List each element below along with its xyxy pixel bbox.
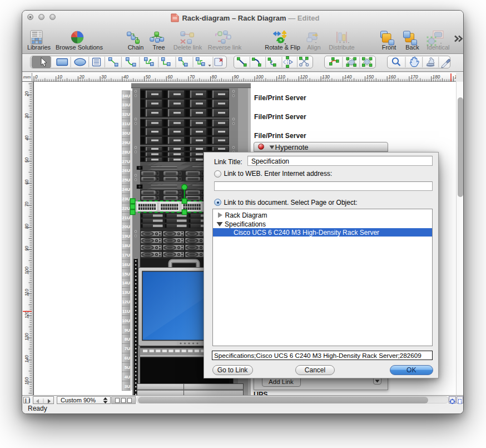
svg-text:18U: 18U: [122, 243, 130, 248]
svg-text:60: 60: [167, 75, 173, 80]
svg-text:9U: 9U: [125, 327, 130, 332]
svg-text:180: 180: [433, 75, 440, 80]
svg-text:5U: 5U: [125, 365, 130, 370]
svg-text:22U: 22U: [122, 205, 130, 210]
svg-text:40: 40: [123, 75, 129, 80]
svg-text:10: 10: [57, 75, 63, 80]
svg-text:110: 110: [24, 289, 29, 296]
svg-text:12U: 12U: [122, 299, 130, 304]
svg-text:130: 130: [24, 333, 29, 341]
svg-text:70: 70: [190, 75, 195, 80]
svg-text:3U: 3U: [125, 383, 130, 388]
svg-text:33U: 33U: [122, 102, 130, 107]
svg-text:13U: 13U: [122, 290, 130, 295]
svg-text:30: 30: [24, 113, 29, 119]
svg-text:16U: 16U: [122, 262, 130, 267]
svg-text:30: 30: [101, 75, 107, 80]
svg-text:190: 190: [454, 75, 456, 80]
svg-text:34U: 34U: [122, 93, 130, 98]
svg-text:14U: 14U: [122, 280, 130, 285]
svg-text:50: 50: [24, 157, 29, 163]
svg-text:23U: 23U: [122, 196, 130, 201]
svg-text:20U: 20U: [122, 224, 130, 229]
svg-text:90: 90: [24, 245, 29, 251]
svg-text:80: 80: [24, 224, 29, 229]
svg-text:32U: 32U: [122, 112, 130, 117]
svg-text:25U: 25U: [122, 178, 130, 183]
svg-text:90: 90: [234, 75, 239, 80]
svg-text:31U: 31U: [122, 121, 130, 126]
svg-text:4U: 4U: [125, 374, 130, 379]
svg-text:15U: 15U: [122, 271, 130, 276]
svg-text:24U: 24U: [122, 187, 130, 192]
svg-text:20: 20: [78, 75, 85, 80]
svg-text:7U: 7U: [125, 346, 130, 351]
svg-text:8U: 8U: [125, 337, 130, 342]
svg-text:70: 70: [24, 201, 29, 207]
svg-text:30U: 30U: [122, 131, 130, 136]
svg-text:120: 120: [300, 75, 308, 80]
svg-text:20: 20: [24, 91, 29, 97]
svg-text:11U: 11U: [122, 308, 130, 313]
svg-text:150: 150: [24, 377, 29, 385]
svg-text:120: 120: [24, 311, 29, 318]
svg-text:0: 0: [35, 75, 38, 80]
svg-text:100: 100: [256, 75, 264, 80]
svg-text:27U: 27U: [122, 159, 130, 164]
svg-text:19U: 19U: [122, 234, 130, 239]
svg-text:140: 140: [344, 75, 352, 80]
svg-text:110: 110: [278, 75, 285, 80]
svg-text:150: 150: [366, 75, 374, 80]
svg-text:6U: 6U: [125, 356, 130, 361]
svg-text:160: 160: [388, 75, 396, 80]
svg-text:80: 80: [212, 75, 217, 80]
svg-text:10U: 10U: [122, 318, 130, 323]
svg-text:50: 50: [146, 75, 151, 80]
svg-text:26U: 26U: [122, 168, 130, 173]
svg-text:60: 60: [24, 179, 29, 185]
svg-text:140: 140: [24, 355, 29, 363]
svg-text:130: 130: [322, 75, 330, 80]
svg-text:17U: 17U: [122, 252, 130, 257]
svg-text:21U: 21U: [122, 215, 130, 220]
svg-text:100: 100: [24, 267, 29, 274]
svg-text:170: 170: [410, 75, 418, 80]
svg-text:40: 40: [24, 135, 29, 141]
svg-text:28U: 28U: [122, 149, 130, 154]
svg-text:29U: 29U: [122, 140, 130, 145]
svg-text:N: N: [280, 38, 282, 42]
